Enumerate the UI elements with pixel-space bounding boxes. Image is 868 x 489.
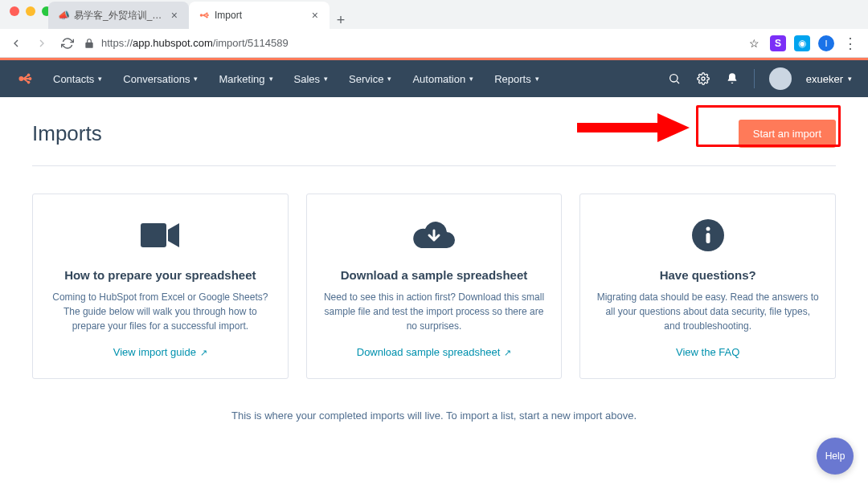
- download-sample-link[interactable]: Download sample spreadsheet: [357, 346, 512, 358]
- svg-point-1: [206, 13, 207, 14]
- svg-point-5: [27, 74, 31, 77]
- svg-point-7: [27, 81, 31, 84]
- nav-sales[interactable]: Sales▾: [294, 73, 329, 85]
- nav-menu: Contacts▾ Conversations▾ Marketing▾ Sale…: [53, 73, 667, 85]
- empty-state-message: This is where your completed imports wil…: [32, 410, 836, 422]
- svg-point-0: [200, 14, 203, 17]
- svg-rect-16: [706, 233, 710, 243]
- toolbar-right: ☆ S ◉ I ⋮: [746, 35, 862, 51]
- extension-grammarly[interactable]: ◉: [794, 35, 810, 51]
- tab-label-0: 易学客_外贸培训_外贸业务培训: [74, 9, 165, 22]
- nav-divider: [754, 69, 755, 88]
- tab-favicon-1: [199, 10, 210, 21]
- hubspot-nav: Contacts▾ Conversations▾ Marketing▾ Sale…: [0, 60, 868, 97]
- url-text: https://app.hubspot.com/import/5114589: [101, 37, 289, 49]
- settings-icon[interactable]: [696, 71, 710, 86]
- svg-marker-13: [168, 223, 179, 247]
- bell-icon[interactable]: [725, 71, 739, 86]
- extension-s[interactable]: S: [770, 35, 786, 51]
- card-title: Download a sample spreadsheet: [323, 268, 546, 282]
- url-box[interactable]: https://app.hubspot.com/import/5114589: [84, 32, 739, 55]
- nav-contacts[interactable]: Contacts▾: [53, 73, 102, 85]
- nav-service[interactable]: Service▾: [349, 73, 391, 85]
- annotation-arrow: [577, 113, 690, 142]
- nav-right: exueker▾: [667, 67, 852, 90]
- card-title: How to prepare your spreadsheet: [49, 268, 272, 282]
- card-desc: Migrating data should be easy. Read the …: [596, 290, 819, 333]
- nav-automation[interactable]: Automation▾: [412, 73, 473, 85]
- lock-icon: [84, 38, 95, 49]
- svg-point-6: [28, 77, 31, 80]
- browser-chrome: 📣 易学客_外贸培训_外贸业务培训 × Import × + https://a…: [0, 0, 868, 58]
- card-title: Have questions?: [596, 268, 819, 282]
- svg-point-8: [669, 75, 677, 82]
- search-icon[interactable]: [667, 71, 682, 86]
- external-link-icon: [200, 346, 207, 358]
- hubspot-logo[interactable]: [16, 70, 34, 88]
- svg-point-2: [207, 14, 209, 16]
- card-desc: Coming to HubSpot from Excel or Google S…: [49, 290, 272, 333]
- cloud-download-icon: [323, 217, 546, 254]
- nav-forward[interactable]: [32, 37, 51, 50]
- svg-point-4: [18, 76, 23, 81]
- page-title: Imports: [32, 121, 102, 146]
- window-minimize[interactable]: [26, 6, 35, 16]
- help-button[interactable]: Help: [817, 438, 854, 475]
- card-prepare: How to prepare your spreadsheet Coming t…: [32, 194, 289, 379]
- tab-label-1: Import: [215, 10, 305, 21]
- browser-tab-0[interactable]: 📣 易学客_外贸培训_外贸业务培训 ×: [48, 2, 189, 29]
- profile-badge[interactable]: I: [818, 35, 834, 51]
- tab-strip: 📣 易学客_外贸培训_外贸业务培训 × Import × +: [0, 0, 868, 29]
- page-header: Imports Start an import: [32, 120, 836, 166]
- tab-close-0[interactable]: ×: [170, 9, 179, 22]
- window-close[interactable]: [10, 6, 19, 16]
- external-link-icon: [504, 346, 511, 358]
- star-icon[interactable]: ☆: [746, 35, 762, 51]
- tab-close-1[interactable]: ×: [310, 9, 320, 22]
- tab-favicon-0: 📣: [58, 10, 69, 21]
- address-bar-row: https://app.hubspot.com/import/5114589 ☆…: [0, 29, 868, 58]
- new-tab-button[interactable]: +: [330, 12, 352, 29]
- nav-reports[interactable]: Reports▾: [494, 73, 539, 85]
- card-faq: Have questions? Migrating data should be…: [579, 194, 836, 379]
- svg-rect-12: [141, 223, 166, 247]
- svg-point-15: [706, 227, 710, 231]
- svg-marker-11: [657, 113, 690, 142]
- video-icon: [49, 217, 272, 254]
- info-icon: [596, 217, 819, 254]
- user-menu[interactable]: exueker▾: [806, 73, 852, 85]
- nav-reload[interactable]: [58, 37, 77, 50]
- nav-conversations[interactable]: Conversations▾: [123, 73, 198, 85]
- view-import-guide-link[interactable]: View import guide: [113, 346, 207, 358]
- view-faq-link[interactable]: View the FAQ: [676, 346, 739, 358]
- card-desc: Need to see this in action first? Downlo…: [323, 290, 546, 333]
- page-content: Imports Start an import How to prepare y…: [0, 97, 868, 422]
- svg-rect-10: [577, 123, 657, 132]
- browser-tab-1[interactable]: Import ×: [189, 2, 330, 29]
- browser-menu[interactable]: ⋮: [842, 35, 858, 51]
- info-cards: How to prepare your spreadsheet Coming t…: [32, 194, 836, 379]
- nav-marketing[interactable]: Marketing▾: [219, 73, 272, 85]
- nav-back[interactable]: [6, 37, 26, 50]
- user-avatar[interactable]: [769, 67, 792, 90]
- svg-point-9: [702, 77, 705, 80]
- start-import-button[interactable]: Start an import: [739, 120, 836, 148]
- svg-point-3: [206, 16, 207, 18]
- card-download: Download a sample spreadsheet Need to se…: [306, 194, 563, 379]
